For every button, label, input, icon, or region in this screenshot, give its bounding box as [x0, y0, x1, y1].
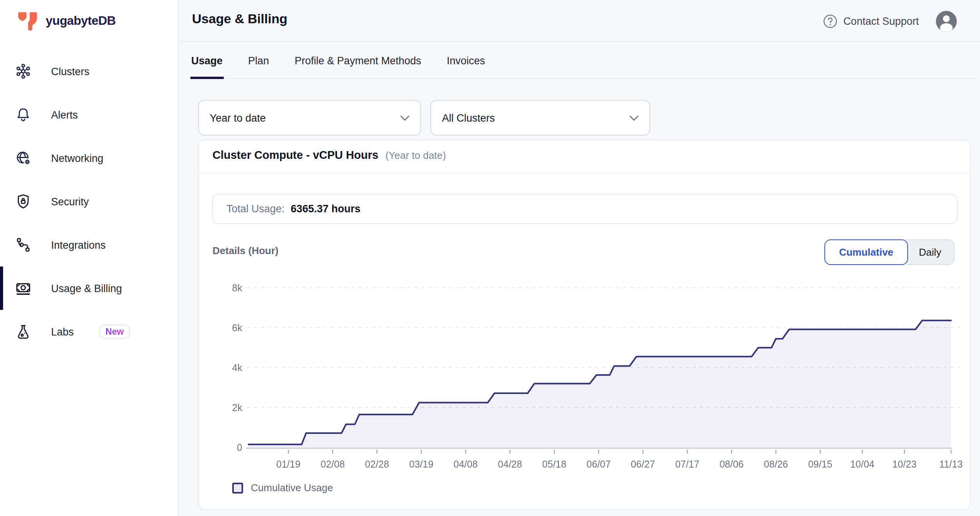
svg-text:08/06: 08/06 [720, 459, 744, 470]
person-icon [936, 10, 957, 31]
bell-icon [14, 105, 33, 124]
legend-checkbox [232, 482, 243, 493]
globe-gear-icon [14, 149, 33, 167]
brand-name: yugabyteDB [46, 14, 116, 28]
svg-text:03/19: 03/19 [409, 459, 433, 470]
chart-legend[interactable]: Cumulative Usage [232, 482, 333, 494]
svg-text:4k: 4k [232, 362, 243, 373]
cluster-select[interactable]: All Clusters [430, 100, 650, 136]
sidebar-item-labs[interactable]: Labs New [0, 310, 178, 353]
svg-text:04/08: 04/08 [454, 459, 478, 470]
sidebar-nav: Clusters Alerts [0, 50, 178, 353]
contact-support-button[interactable]: Contact Support [823, 14, 919, 28]
sidebar-item-clusters[interactable]: Clusters [0, 50, 178, 93]
view-toggle: Cumulative Daily [824, 239, 954, 265]
svg-text:10/04: 10/04 [850, 459, 875, 470]
clusters-icon [14, 62, 33, 81]
svg-text:11/13: 11/13 [939, 459, 963, 470]
yugabytedb-logo-icon [17, 10, 40, 31]
svg-text:02/08: 02/08 [320, 459, 345, 470]
total-usage-label: Total Usage: [226, 203, 284, 215]
contact-support-label: Contact Support [843, 15, 919, 27]
details-label: Details (Hour) [212, 245, 278, 256]
sidebar-item-integrations[interactable]: Integrations [0, 223, 178, 267]
sidebar-item-label: Usage & Billing [51, 282, 122, 294]
sidebar-item-label: Networking [51, 152, 103, 164]
chevron-down-icon [629, 115, 639, 121]
tab-invoices[interactable]: Invoices [447, 42, 485, 79]
tab-usage[interactable]: Usage [191, 42, 223, 79]
svg-text:06/07: 06/07 [586, 459, 611, 470]
topbar: Usage & Billing Contact Support [179, 0, 980, 42]
svg-text:05/18: 05/18 [542, 459, 567, 470]
daily-toggle-button[interactable]: Daily [906, 239, 954, 265]
total-usage-box: Total Usage: 6365.37 hours [212, 194, 957, 224]
usage-chart: 02k4k6k8k01/1902/0802/2803/1904/0804/280… [225, 273, 965, 480]
svg-text:08/26: 08/26 [764, 459, 788, 470]
app-root: yugabyteDB Clusters [0, 0, 980, 516]
filter-row: Year to date All Clusters [198, 100, 650, 136]
svg-text:0: 0 [237, 442, 242, 453]
page-title: Usage & Billing [192, 12, 287, 27]
svg-text:06/27: 06/27 [631, 459, 655, 470]
svg-text:2k: 2k [232, 402, 243, 413]
period-select[interactable]: Year to date [198, 100, 421, 136]
help-icon [823, 14, 838, 28]
cluster-select-value: All Clusters [442, 112, 495, 124]
sidebar-item-label: Labs [51, 326, 74, 337]
cumulative-toggle-button[interactable]: Cumulative [824, 239, 908, 265]
flask-icon [14, 322, 33, 341]
sidebar-item-networking[interactable]: Networking [0, 136, 178, 180]
svg-text:07/17: 07/17 [675, 459, 699, 470]
brand-logo[interactable]: yugabyteDB [17, 10, 116, 31]
legend-label: Cumulative Usage [251, 482, 333, 494]
topbar-actions: Contact Support [823, 0, 957, 42]
svg-text:10/23: 10/23 [892, 459, 917, 470]
sidebar-item-usage-billing[interactable]: Usage & Billing [0, 267, 178, 310]
user-avatar[interactable] [936, 10, 957, 31]
sidebar-item-security[interactable]: Security [0, 180, 178, 223]
svg-text:6k: 6k [232, 322, 243, 333]
period-select-value: Year to date [210, 112, 266, 124]
sidebar-item-label: Alerts [51, 109, 78, 120]
sidebar-item-label: Security [51, 196, 89, 207]
svg-text:01/19: 01/19 [276, 459, 301, 470]
tab-bar: Usage Plan Profile & Payment Methods Inv… [179, 42, 980, 79]
svg-text:04/28: 04/28 [498, 459, 522, 470]
tab-plan[interactable]: Plan [248, 42, 269, 79]
total-usage-value: 6365.37 hours [291, 203, 360, 215]
card-title: Cluster Compute - vCPU Hours [212, 149, 379, 161]
banknote-icon [14, 279, 33, 298]
sidebar: yugabyteDB Clusters [0, 0, 179, 516]
card-header: Cluster Compute - vCPU Hours (Year to da… [212, 149, 446, 161]
tab-profile-payment[interactable]: Profile & Payment Methods [295, 42, 421, 79]
sidebar-item-alerts[interactable]: Alerts [0, 93, 178, 136]
svg-text:02/28: 02/28 [365, 459, 389, 470]
svg-text:09/15: 09/15 [808, 459, 833, 470]
card-subtitle: (Year to date) [385, 150, 446, 161]
sidebar-item-label: Clusters [51, 65, 89, 77]
card-header-divider [199, 173, 970, 174]
usage-card: Cluster Compute - vCPU Hours (Year to da… [198, 139, 971, 510]
chevron-down-icon [400, 115, 409, 121]
new-badge: New [99, 325, 130, 339]
main-content: Usage & Billing Contact Support [179, 0, 980, 516]
integrations-icon [14, 236, 33, 254]
svg-text:8k: 8k [232, 282, 243, 293]
sidebar-item-label: Integrations [51, 239, 106, 251]
shield-lock-icon [14, 192, 33, 211]
